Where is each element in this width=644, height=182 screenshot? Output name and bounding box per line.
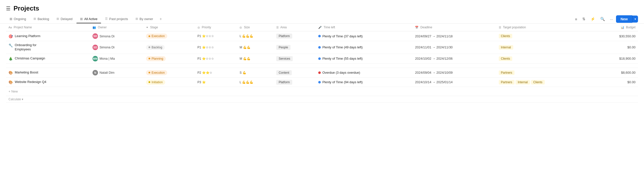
col-icon-stage: ✦: [146, 26, 148, 29]
project-name: Onboarding forEmployees: [15, 43, 36, 52]
tab-all-active[interactable]: ▦ All Active: [76, 15, 101, 23]
col-header-budget[interactable]: 📊 Budget: [596, 24, 638, 31]
size-cell[interactable]: S 💪: [237, 68, 274, 77]
lightning-button[interactable]: ⚡: [588, 16, 597, 23]
toolbar-right: ≡ ⇅ ⚡ 🔍 ··· New ▾: [573, 15, 638, 23]
delayed-tab-icon: ⊞: [56, 17, 59, 21]
stage-cell[interactable]: Backlog: [144, 41, 195, 54]
stage-badge: Planning: [146, 56, 166, 61]
owner-cell[interactable]: [90, 77, 144, 87]
col-header-target-population[interactable]: ☰ Target population: [496, 24, 596, 31]
priority-cell[interactable]: P2 ⭐⭐☆: [195, 68, 237, 77]
table-row: 🎄 Christmas Campaign MM Mona | Ma Planni…: [6, 54, 638, 63]
target-cell[interactable]: Partners Internal Clients: [496, 77, 596, 87]
target-cell[interactable]: Clients: [496, 31, 596, 41]
owner-cell[interactable]: N Natali Dim: [90, 68, 144, 77]
owner-cell[interactable]: SD Simona Di: [90, 41, 144, 54]
col-header-project-name[interactable]: Aa Project Name: [6, 24, 90, 31]
deadline-cell[interactable]: 2024/10/14 → 2025/01/14: [412, 77, 496, 87]
menu-icon[interactable]: ☰: [6, 6, 10, 12]
project-emoji: 🔧: [8, 43, 13, 47]
budget-cell[interactable]: $8,600.00: [596, 68, 638, 77]
project-name-cell[interactable]: 🎄 Christmas Campaign: [6, 54, 90, 63]
tab-backlog[interactable]: ⊞ Backlog: [30, 15, 52, 23]
owner-name: Simona Di: [100, 34, 114, 38]
project-name-cell[interactable]: 🎯 Learning Platform: [6, 31, 90, 41]
col-header-owner[interactable]: 👥 Owner: [90, 24, 144, 31]
table-row: 🎯 Learning Platform SD Simona Di Executi…: [6, 31, 638, 41]
col-icon-owner: 👥: [92, 26, 96, 29]
col-header-time-left[interactable]: 🎤 Time left: [316, 24, 412, 31]
project-emoji: 🎯: [8, 34, 13, 38]
priority-cell[interactable]: P3 ⭐: [195, 77, 237, 87]
tab-delayed[interactable]: ⊞ Delayed: [53, 15, 76, 23]
budget-cell[interactable]: $0.00: [596, 77, 638, 87]
owner-cell[interactable]: SD Simona Di: [90, 31, 144, 41]
target-cell[interactable]: Internal: [496, 41, 596, 54]
stage-cell[interactable]: Initiation: [144, 77, 195, 87]
time-left-text: Plenty of Time (55 days left): [322, 57, 362, 60]
stage-badge: Execution: [146, 34, 167, 39]
deadline-cell[interactable]: 2024/10/02 → 2024/12/06: [412, 54, 496, 63]
search-button[interactable]: 🔍: [598, 16, 607, 23]
new-button[interactable]: New: [616, 15, 632, 23]
target-cell[interactable]: Clients: [496, 54, 596, 63]
col-header-priority[interactable]: ◎ Priority: [195, 24, 237, 31]
new-button-arrow[interactable]: ▾: [632, 16, 638, 23]
page-header: ☰ Projects: [0, 0, 644, 15]
size-cell[interactable]: L 💪💪💪: [237, 77, 274, 87]
col-header-area[interactable]: ☰ Area: [274, 24, 316, 31]
deadline-cell[interactable]: 2024/09/04 → 2024/10/09: [412, 68, 496, 77]
area-cell[interactable]: Content: [274, 68, 316, 77]
area-cell[interactable]: Services: [274, 54, 316, 63]
size-cell[interactable]: M 💪💪: [237, 41, 274, 54]
by-owner-tab-icon: ⊞: [136, 17, 138, 21]
ongoing-tab-icon: ▦: [10, 17, 12, 21]
budget-cell[interactable]: $0.00: [596, 41, 638, 54]
tabs-bar: ▦ Ongoing ⊞ Backlog ⊞ Delayed ▦ All Acti…: [0, 15, 644, 24]
col-header-stage[interactable]: ✦ Stage: [144, 24, 195, 31]
deadline-cell[interactable]: 2024/11/01 → 2024/11/30: [412, 41, 496, 54]
area-cell[interactable]: Platform: [274, 77, 316, 87]
stage-cell[interactable]: Execution: [144, 68, 195, 77]
priority-cell[interactable]: P1 ⭐☆☆☆: [195, 31, 237, 41]
calculate-label[interactable]: Calculate: [8, 98, 21, 101]
stage-cell[interactable]: Execution: [144, 31, 195, 41]
avatar: SD: [92, 33, 98, 39]
size-cell[interactable]: M 💪💪: [237, 54, 274, 63]
area-cell[interactable]: Platform: [274, 31, 316, 41]
area-cell[interactable]: People: [274, 41, 316, 54]
priority-cell[interactable]: P1 ⭐☆☆☆: [195, 41, 237, 54]
more-button[interactable]: ···: [608, 16, 615, 23]
time-left-cell: Plenty of Time (55 days left): [316, 54, 412, 63]
priority-cell[interactable]: P1 ⭐☆☆☆: [195, 54, 237, 63]
col-header-deadline[interactable]: 📅 Deadline: [412, 24, 496, 31]
owner-cell[interactable]: MM Mona | Ma: [90, 54, 144, 63]
add-tab-button[interactable]: +: [157, 15, 164, 23]
add-new-label[interactable]: + New: [6, 87, 638, 96]
spacer-row: [6, 63, 638, 68]
project-name-cell[interactable]: 🔧 Onboarding forEmployees: [6, 41, 90, 54]
stage-cell[interactable]: Planning: [144, 54, 195, 63]
project-emoji: 🎨: [8, 80, 13, 84]
calculate-cell[interactable]: Calculate ▾: [6, 96, 638, 103]
col-header-size[interactable]: ◎ Size: [237, 24, 274, 31]
deadline-cell[interactable]: 2024/09/27 → 2024/11/18: [412, 31, 496, 41]
target-cell[interactable]: Partners: [496, 68, 596, 77]
tab-ongoing[interactable]: ▦ Ongoing: [6, 15, 30, 23]
calculate-arrow[interactable]: ▾: [22, 98, 23, 101]
project-emoji: 🎨: [8, 71, 13, 75]
sort-button[interactable]: ⇅: [580, 16, 588, 23]
project-name-cell[interactable]: 🎨 Website Redesign Q4: [6, 77, 90, 87]
project-name-cell[interactable]: 🎨 Marketing Boost: [6, 68, 90, 77]
time-dot-red: [318, 71, 321, 74]
budget-cell[interactable]: $18,900.00: [596, 54, 638, 63]
time-dot-blue: [318, 35, 321, 37]
size-cell[interactable]: L 💪💪💪: [237, 31, 274, 41]
filter-button[interactable]: ≡: [573, 16, 579, 23]
add-new-row[interactable]: + New: [6, 87, 638, 96]
past-projects-tab-label: Past projects: [109, 17, 128, 21]
budget-cell[interactable]: $30,550.00: [596, 31, 638, 41]
tab-past-projects[interactable]: ☰ Past projects: [102, 15, 132, 23]
tab-by-owner[interactable]: ⊞ By owner: [132, 15, 156, 23]
